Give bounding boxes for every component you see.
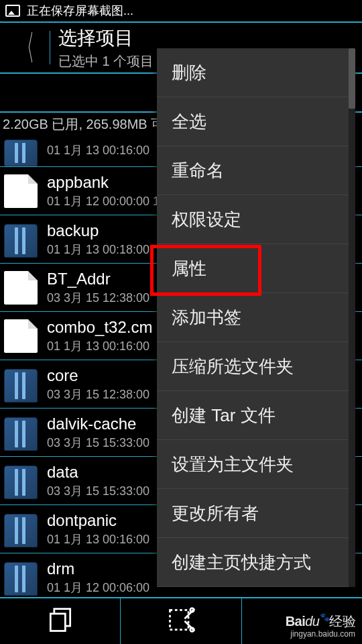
watermark-suffix: 经验	[329, 614, 355, 629]
file-date: 01 1月 13 00:18:00	[47, 241, 149, 258]
file-date: 01 1月 13 00:16:00	[47, 531, 149, 547]
folder-icon	[4, 369, 38, 402]
scrollbar[interactable]	[349, 48, 355, 587]
scrollbar-thumb[interactable]	[349, 48, 355, 109]
svg-rect-0	[50, 614, 65, 631]
file-date: 01 1月 13 00:16:00	[47, 142, 149, 158]
watermark: Baidu🐾经验 jingyan.baidu.com	[286, 612, 355, 639]
file-date: 03 3月 15 15:33:00	[47, 483, 149, 499]
folder-icon	[4, 562, 38, 596]
cut-button[interactable]	[121, 598, 241, 644]
file-icon	[4, 271, 38, 305]
watermark-url: jingyan.baidu.com	[286, 629, 355, 639]
copy-icon	[46, 605, 75, 637]
file-date: 03 3月 15 15:33:00	[47, 435, 149, 451]
folder-icon	[4, 140, 38, 166]
file-name: backup	[47, 221, 149, 240]
file-name: dontpanic	[47, 511, 149, 530]
file-name: core	[47, 366, 149, 385]
folder-icon	[4, 224, 38, 258]
cut-icon	[166, 605, 196, 637]
menu-item-rename[interactable]: 重命名	[157, 146, 355, 195]
file-date: 01 1月 13 00:16:00	[47, 338, 152, 354]
folder-icon	[4, 514, 38, 547]
file-name: drm	[47, 559, 149, 578]
menu-item-create-shortcut[interactable]: 创建主页快捷方式	[157, 538, 355, 587]
copy-button[interactable]	[0, 598, 121, 644]
menu-item-change-owner[interactable]: 更改所有者	[157, 489, 355, 538]
menu-item-permissions[interactable]: 权限设定	[157, 195, 355, 244]
file-name: dalvik-cache	[47, 415, 149, 433]
menu-item-properties[interactable]: 属性	[157, 244, 355, 293]
file-icon	[4, 174, 38, 208]
folder-icon	[4, 466, 38, 499]
page-title: 选择项目	[58, 25, 154, 51]
paw-icon: 🐾	[320, 612, 330, 622]
picture-icon	[5, 5, 20, 17]
file-date: 01 1月 12 00:06:00	[47, 580, 149, 596]
divider	[50, 31, 50, 64]
svg-rect-1	[170, 610, 188, 629]
back-button[interactable]: 〈	[17, 23, 37, 72]
file-icon	[4, 319, 38, 353]
file-date: 03 3月 15 12:38:00	[47, 386, 149, 402]
menu-item-compress[interactable]: 压缩所选文件夹	[157, 342, 355, 391]
watermark-brand: Baidu	[286, 614, 320, 629]
status-text: 正在保存屏幕截图...	[27, 3, 133, 19]
menu-item-select-all[interactable]: 全选	[157, 97, 355, 146]
file-name: BT_Addr	[47, 270, 149, 288]
status-bar: 正在保存屏幕截图...	[0, 0, 362, 21]
menu-item-delete[interactable]: 删除	[157, 48, 355, 97]
menu-item-set-home[interactable]: 设置为主文件夹	[157, 440, 355, 489]
menu-item-bookmark[interactable]: 添加书签	[157, 293, 355, 342]
file-date: 01 1月 12 00:00:00 1	[47, 193, 160, 209]
file-date: 03 3月 15 12:38:00	[47, 290, 149, 306]
menu-item-create-tar[interactable]: 创建 Tar 文件	[157, 391, 355, 440]
selection-count: 已选中 1 个项目	[58, 52, 154, 70]
file-name: data	[47, 463, 149, 482]
file-name: combo_t32.cm	[47, 318, 152, 337]
folder-icon	[4, 417, 38, 451]
header-text: 选择项目 已选中 1 个项目	[58, 25, 154, 70]
file-name: appbank	[47, 173, 160, 192]
context-menu: 删除 全选 重命名 权限设定 属性 添加书签 压缩所选文件夹 创建 Tar 文件…	[157, 48, 355, 587]
